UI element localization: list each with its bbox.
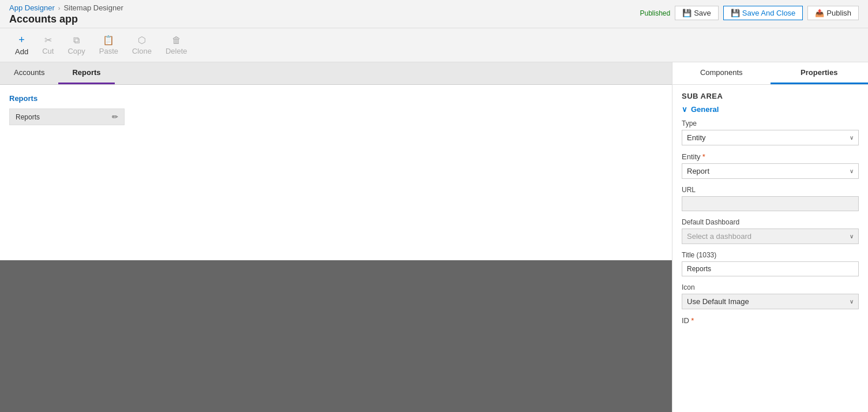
published-badge: Published [640,9,670,17]
paste-icon: 📋 [103,35,114,46]
toolbar: + Add ✂ Cut ⧉ Copy 📋 Paste ⬡ Clone 🗑 Del… [0,28,868,62]
default-dashboard-select[interactable]: Select a dashboard ∨ [682,229,859,244]
title-label: Title (1033) [682,251,859,259]
paste-label: Paste [99,47,118,55]
breadcrumb-chevron: › [58,5,61,12]
url-input[interactable] [682,196,859,211]
title-field-row: Title (1033) [682,251,859,276]
top-bar-right: Published 💾 Save 💾 Save And Close 📤 Publ… [640,3,859,20]
clone-icon: ⬡ [138,35,146,46]
icon-chevron-down-icon: ∨ [850,298,854,305]
icon-field-row: Icon Use Default Image ∨ [682,283,859,309]
id-field-row: ID * [682,316,859,325]
save-button[interactable]: 💾 Save [675,6,719,20]
subarea-reports-item[interactable]: Reports ✏ [9,108,125,125]
url-field-row: URL [682,186,859,211]
save-and-close-button[interactable]: 💾 Save And Close [723,6,803,20]
tab-properties[interactable]: Properties [771,62,869,84]
title-input[interactable] [682,261,859,276]
default-dashboard-field-row: Default Dashboard Select a dashboard ∨ [682,218,859,244]
general-section: ∨ General Type Entity ∨ Entity * [682,105,859,325]
cut-button[interactable]: ✂ Cut [36,32,59,58]
copy-button[interactable]: ⧉ Copy [62,33,91,58]
id-label: ID * [682,316,859,325]
dashboard-chevron-down-icon: ∨ [850,233,854,239]
breadcrumb-sitemap-designer: Sitemap Designer [63,3,123,12]
panel-tabs: Components Properties [672,62,868,85]
type-chevron-down-icon: ∨ [850,134,854,141]
general-label: General [691,105,719,114]
tab-accounts[interactable]: Accounts [0,62,58,84]
sub-area-section-title: SUB AREA [682,92,859,100]
top-bar: App Designer › Sitemap Designer Accounts… [0,0,868,28]
save-close-label: Save And Close [742,9,796,17]
add-icon: + [18,34,25,46]
tab-reports[interactable]: Reports [58,62,114,84]
icon-value: Use Default Image [687,297,749,306]
type-field-row: Type Entity ∨ [682,119,859,145]
app-title: Accounts app [9,13,123,25]
delete-icon: 🗑 [172,35,181,46]
canvas-header: Accounts Reports [0,62,672,85]
publish-button[interactable]: 📤 Publish [807,6,859,20]
delete-label: Delete [166,47,187,55]
top-bar-left: App Designer › Sitemap Designer Accounts… [9,3,123,25]
entity-field-row: Entity * Report ∨ [682,152,859,179]
canvas: Accounts Reports Reports Reports ✏ [0,62,672,412]
collapse-icon: ∨ [682,105,687,114]
main-layout: Accounts Reports Reports Reports ✏ Compo… [0,62,868,412]
publish-icon: 📤 [815,9,824,17]
url-label: URL [682,186,859,194]
cut-label: Cut [42,47,54,55]
clone-button[interactable]: ⬡ Clone [126,32,157,58]
type-label: Type [682,119,859,128]
copy-icon: ⧉ [73,35,80,46]
save-close-icon: 💾 [731,9,740,17]
edit-icon[interactable]: ✏ [112,113,118,121]
default-dashboard-placeholder: Select a dashboard [687,232,751,241]
id-required: * [691,316,694,325]
delete-button[interactable]: 🗑 Delete [160,33,193,58]
group-reports-label: Reports [9,94,663,103]
copy-label: Copy [67,47,85,55]
canvas-dark-area [0,260,672,413]
icon-select[interactable]: Use Default Image ∨ [682,294,859,309]
entity-select[interactable]: Report ∨ [682,163,859,179]
save-icon: 💾 [682,9,692,17]
entity-label: Entity * [682,152,859,161]
panel-content: SUB AREA ∨ General Type Entity ∨ [672,85,868,412]
cut-icon: ✂ [44,35,52,46]
general-group-header[interactable]: ∨ General [682,105,859,114]
entity-chevron-down-icon: ∨ [850,168,854,174]
type-select[interactable]: Entity ∨ [682,130,859,145]
breadcrumb-app-designer[interactable]: App Designer [9,3,55,12]
tab-components[interactable]: Components [672,62,771,84]
paste-button[interactable]: 📋 Paste [93,32,124,58]
add-label: Add [15,47,28,56]
right-panel: Components Properties SUB AREA ∨ General… [672,62,868,412]
subarea-item-label: Reports [16,113,40,121]
publish-label: Publish [826,9,851,17]
entity-value: Report [687,167,709,175]
save-label: Save [694,9,711,17]
type-value: Entity [687,133,706,142]
entity-required: * [702,152,705,161]
clone-label: Clone [132,47,152,55]
default-dashboard-label: Default Dashboard [682,218,859,226]
canvas-body: Reports Reports ✏ [0,85,672,260]
breadcrumb: App Designer › Sitemap Designer [9,3,123,12]
icon-label: Icon [682,283,859,291]
add-button[interactable]: + Add [9,32,34,58]
